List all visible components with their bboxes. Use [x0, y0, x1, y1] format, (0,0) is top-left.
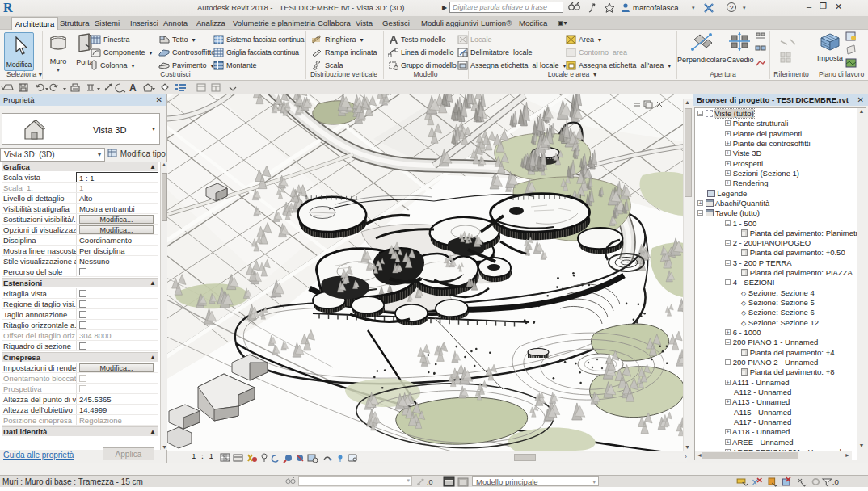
svg-text::0: :0	[832, 478, 839, 486]
svg-text::0: :0	[427, 478, 433, 486]
svg-text:A: A	[129, 82, 137, 94]
svg-text:R: R	[3, 1, 13, 14]
